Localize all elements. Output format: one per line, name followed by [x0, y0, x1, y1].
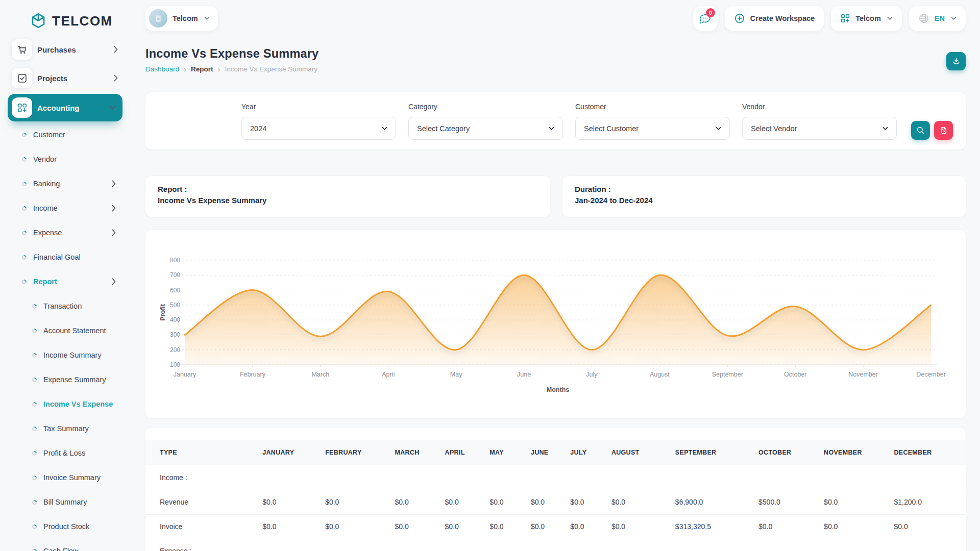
breadcrumb: Dashboard › Report › Income Vs Expense S…	[145, 65, 318, 73]
svg-text:300: 300	[170, 331, 180, 338]
category-label: Category	[408, 103, 563, 111]
reset-filter-button[interactable]	[934, 121, 953, 140]
filter-actions	[911, 121, 953, 140]
cell-value: $0.0	[395, 514, 445, 539]
section-title: Expense :	[145, 539, 966, 551]
year-filter-group: Year 2024	[241, 103, 396, 149]
download-icon	[951, 57, 961, 66]
svg-text:May: May	[450, 371, 462, 378]
download-button[interactable]	[946, 52, 966, 70]
brand-logo[interactable]: TELCOM	[0, 7, 130, 39]
sidebar-item-invoice-summary[interactable]: Invoice Summary	[0, 469, 130, 486]
customer-select[interactable]: Select Customer	[575, 117, 730, 140]
workspace-name: Telcom	[173, 14, 198, 22]
sidebar-item-income-vs-expense[interactable]: Income Vs Expense	[0, 396, 130, 412]
svg-text:600: 600	[170, 287, 180, 294]
brand-cube-icon	[30, 12, 47, 30]
workspace-avatar	[149, 9, 167, 28]
customer-select-value: Select Customer	[584, 124, 639, 133]
row-type: Revenue	[145, 490, 262, 514]
sidebar-main-nav: PurchasesProjectsAccounting	[0, 39, 130, 121]
sidebar-item-financial-goal[interactable]: Financial Goal	[0, 249, 130, 265]
breadcrumb-report[interactable]: Report	[191, 65, 213, 73]
table-row: Revenue$0.0$0.0$0.0$0.0$0.0$0.0$0.0$0.0$…	[145, 490, 966, 514]
sidebar-item-label: Income Vs Expense	[43, 400, 113, 408]
profit-chart[interactable]: 100200300400500600700800 JanuaryFebruary…	[158, 248, 953, 402]
bullet-icon	[31, 499, 38, 506]
breadcrumb-dashboard[interactable]: Dashboard	[145, 65, 179, 73]
sidebar-item-vendor[interactable]: Vendor	[0, 151, 130, 167]
sidebar-item-label: Product Stock	[43, 522, 89, 531]
year-select-value: 2024	[250, 124, 266, 133]
category-select[interactable]: Select Category	[408, 117, 563, 140]
chevron-down-icon	[716, 127, 721, 131]
svg-text:April: April	[382, 371, 395, 378]
workspace-selector[interactable]: Telcom	[145, 6, 218, 31]
table-row: Invoice$0.0$0.0$0.0$0.0$0.0$0.0$0.0$0.0$…	[145, 514, 966, 539]
sidebar-item-profit-loss[interactable]: Profit & Loss	[0, 445, 130, 461]
breadcrumb-current: Income Vs Expense Summary	[225, 65, 318, 73]
sidebar-item-purchases[interactable]: Purchases	[0, 39, 130, 60]
sidebar-item-tax-summary[interactable]: Tax Summary	[0, 420, 130, 437]
income-expense-table-card: TYPEJANUARYFEBRUARYMARCHAPRILMAYJUNEJULY…	[145, 428, 966, 551]
sidebar-item-label: Banking	[33, 180, 60, 188]
svg-text:700: 700	[170, 271, 180, 279]
column-header: JANUARY	[262, 440, 325, 465]
sidebar-item-banking[interactable]: Banking	[0, 176, 130, 192]
column-header: TYPE	[145, 440, 262, 465]
sidebar-item-income[interactable]: Income	[0, 200, 130, 216]
cell-value: $0.0	[445, 490, 490, 514]
search-icon	[916, 126, 925, 135]
svg-text:December: December	[916, 371, 946, 378]
svg-text:June: June	[517, 371, 531, 378]
sidebar-item-report[interactable]: Report	[0, 273, 130, 290]
sidebar-item-label: Financial Goal	[33, 253, 81, 261]
year-select[interactable]: 2024	[241, 117, 396, 140]
cell-value: $0.0	[262, 490, 325, 514]
sidebar-item-income-summary[interactable]: Income Summary	[0, 347, 130, 363]
language-selector[interactable]: EN	[909, 6, 966, 31]
svg-text:500: 500	[170, 302, 180, 309]
sidebar-item-transaction[interactable]: Transaction	[0, 298, 130, 314]
cart-icon	[12, 39, 32, 60]
table-header-row: TYPEJANUARYFEBRUARYMARCHAPRILMAYJUNEJULY…	[145, 440, 966, 465]
bullet-icon	[31, 523, 38, 530]
sidebar-item-bill-summary[interactable]: Bill Summary	[0, 494, 130, 510]
filter-bar: Year 2024 Category Select Category Custo…	[145, 92, 966, 149]
cell-value: $0.0	[395, 490, 445, 514]
column-header: APRIL	[445, 440, 490, 465]
app-root: TELCOM PurchasesProjectsAccounting Custo…	[0, 0, 980, 551]
messages-button[interactable]: 0	[693, 6, 718, 31]
cell-value: $0.0	[531, 490, 570, 514]
svg-text:100: 100	[170, 361, 180, 368]
column-header: MAY	[489, 440, 531, 465]
create-workspace-label: Create Workspace	[750, 14, 815, 22]
search-button[interactable]	[911, 121, 930, 140]
sidebar-item-label: Income	[33, 204, 58, 212]
company-selector[interactable]: Telcom	[831, 6, 902, 31]
brand-name: TELCOM	[52, 13, 113, 29]
cell-value: $0.0	[325, 490, 395, 514]
duration-value: Jan-2024 to Dec-2024	[575, 196, 953, 205]
chevron-right-icon	[112, 180, 116, 187]
sidebar-item-projects[interactable]: Projects	[0, 67, 130, 89]
sidebar-item-cash-flow[interactable]: Cash Flow	[0, 543, 130, 551]
sidebar-item-account-statement[interactable]: Account Statement	[0, 322, 130, 339]
notification-badge: 0	[706, 8, 715, 17]
sidebar-item-label: Expense	[33, 229, 62, 237]
customer-filter-group: Customer Select Customer	[575, 103, 730, 149]
vendor-filter-group: Vendor Select Vendor	[742, 103, 897, 149]
sidebar-item-product-stock[interactable]: Product Stock	[0, 518, 130, 535]
vendor-select[interactable]: Select Vendor	[742, 117, 897, 140]
sidebar-item-customer[interactable]: Customer	[0, 127, 130, 143]
sidebar-item-label: Cash Flow	[43, 547, 79, 551]
sidebar-item-expense[interactable]: Expense	[0, 224, 130, 241]
sidebar-item-label: Account Statement	[43, 327, 106, 335]
sidebar-item-expense-summary[interactable]: Expense Summary	[0, 371, 130, 388]
sidebar-item-accounting[interactable]: Accounting	[8, 94, 122, 121]
create-workspace-button[interactable]: Create Workspace	[725, 6, 824, 31]
category-select-value: Select Category	[417, 124, 470, 133]
cell-value: $0.0	[894, 514, 966, 539]
bullet-icon	[31, 303, 38, 310]
sidebar-item-label: Purchases	[37, 45, 76, 54]
